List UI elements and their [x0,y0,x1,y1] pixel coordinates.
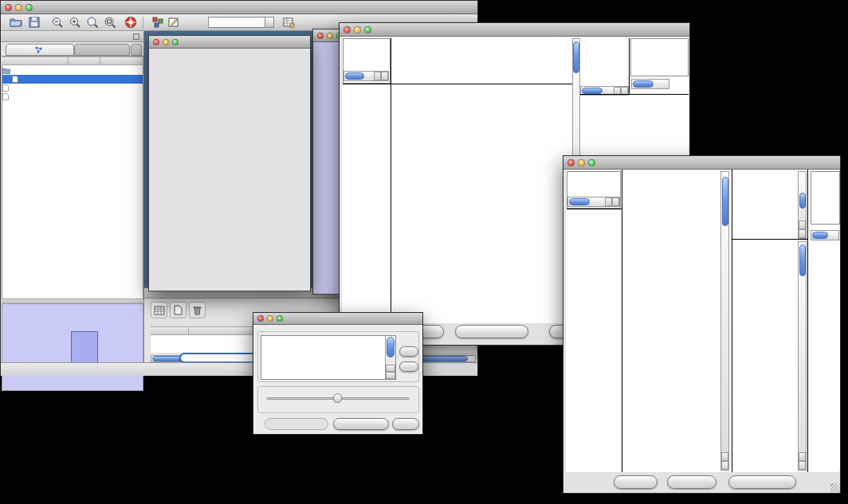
zoomview-vscrollbar[interactable] [798,241,807,471]
network-nodes [69,84,101,92]
scroll-up-icon[interactable] [386,365,395,372]
scroll-right-icon[interactable] [612,197,619,206]
divider [807,170,808,472]
minimize-button[interactable] [267,315,273,322]
tab-overflow-button[interactable] [131,44,142,56]
array-column-labels [734,171,798,238]
scroll-down-icon[interactable] [799,461,806,470]
annotation-icon[interactable] [167,16,180,29]
resize-grip[interactable] [830,483,839,492]
attribute-table-icon[interactable] [282,16,295,29]
col-edges[interactable] [100,57,143,65]
zoom-window-button[interactable] [364,26,371,33]
search-input[interactable] [208,17,265,28]
minimize-button[interactable] [15,4,22,11]
create-vizmap-button[interactable] [333,418,389,430]
heatmap-vscrollbar[interactable] [720,171,729,471]
new-attribute-icon[interactable] [170,302,186,318]
zoom-selected-icon[interactable] [86,16,99,29]
attribute-list-vscrollbar[interactable] [385,336,395,379]
save-data-button[interactable] [667,475,716,489]
tab-network[interactable] [6,44,74,56]
zoom-window-button[interactable] [277,315,283,322]
close-button[interactable] [567,159,575,166]
export-graphics-button[interactable] [455,325,528,338]
scroll-down-icon[interactable] [721,461,728,470]
dialog-titlebar[interactable] [253,313,422,325]
help-lifesaver-icon[interactable] [124,16,137,29]
zoom-out-icon[interactable] [51,16,64,29]
zoom-column-labels [582,38,628,78]
tab-vizmapper[interactable] [74,44,130,56]
move-up-button[interactable] [399,346,418,357]
scroll-left-icon[interactable] [605,197,612,206]
treeview2-titlebar[interactable] [563,156,840,170]
cytoscape-titlebar[interactable] [1,1,477,14]
scroll-down-icon[interactable] [386,372,395,379]
row-dendrogram[interactable] [343,85,391,322]
column-dendrogram[interactable] [392,38,572,84]
settings-button[interactable] [614,475,658,489]
close-button[interactable] [5,4,12,11]
birdseye-viewport-rect[interactable] [71,331,98,366]
close-button[interactable] [257,315,264,322]
map-colors-dialog [253,312,423,435]
scroll-up-icon[interactable] [799,452,806,461]
viewstatus-hscrollbar[interactable] [567,197,620,207]
minimize-button[interactable] [578,159,585,166]
done-button[interactable] [392,418,419,430]
delete-attribute-icon[interactable] [189,302,206,318]
close-button[interactable] [317,33,324,39]
zoom-window-button[interactable] [172,39,179,45]
open-file-icon[interactable] [10,16,22,29]
network1-canvas[interactable] [149,49,310,291]
scroll-left-icon[interactable] [374,72,381,80]
scroll-up-icon[interactable] [799,221,806,229]
zoom-window-button[interactable] [26,4,33,11]
attribute-select-icon[interactable] [151,302,167,318]
network-row[interactable] [2,66,143,75]
minimize-button[interactable] [354,26,361,33]
control-panel-header [1,31,143,42]
float-panel-icon[interactable] [133,33,139,40]
treeview1-titlebar[interactable] [340,23,689,37]
move-down-button[interactable] [399,361,418,372]
birdseye-view[interactable] [2,303,143,391]
network-row[interactable] [2,84,143,92]
heatmap-zoom-view[interactable] [734,241,798,471]
viewstatus-hscrollbar[interactable] [344,71,389,81]
speed-slider-thumb[interactable] [333,393,342,403]
zoom-in-icon[interactable] [69,16,81,29]
gene-labels [631,96,663,137]
close-button[interactable] [153,39,159,45]
network-row-selected[interactable] [2,75,143,84]
network-nodes [69,75,101,84]
heatmap-zoom-view[interactable] [582,96,628,135]
usage-hscrollbar[interactable] [811,230,839,240]
heatmap-global-view[interactable] [392,85,572,322]
zoom-window-button[interactable] [588,159,595,166]
close-button[interactable] [344,26,351,33]
col-id[interactable] [151,326,189,335]
col-network[interactable] [2,57,69,65]
vizmap-nodes-icon[interactable] [151,16,164,29]
scroll-up-icon[interactable] [721,452,728,461]
heatmap-global-view[interactable] [622,171,720,471]
minimize-button[interactable] [163,39,169,45]
network1-titlebar[interactable] [149,36,310,49]
export-graphics-button[interactable] [728,475,796,489]
attribute-list[interactable] [261,335,396,380]
save-icon[interactable] [28,16,41,29]
labels-vscrollbar[interactable] [798,171,807,239]
scroll-down-icon[interactable] [799,229,806,238]
usage-hscrollbar[interactable] [631,79,669,89]
divider [567,209,622,209]
scroll-right-icon[interactable] [381,72,388,80]
col-nodes[interactable] [69,57,100,65]
animate-vizmap-button[interactable] [265,418,328,430]
search-dropdown-icon[interactable] [265,17,274,28]
row-dendrogram[interactable] [567,210,621,471]
zoom-fit-icon[interactable] [104,16,116,29]
minimize-button[interactable] [327,33,333,39]
network-row[interactable] [2,92,143,101]
